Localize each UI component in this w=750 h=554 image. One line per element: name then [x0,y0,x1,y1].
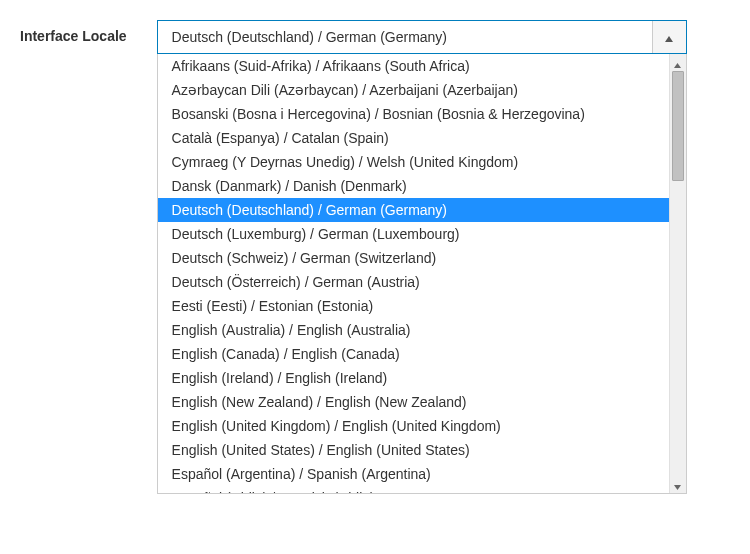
dropdown-option[interactable]: Bosanski (Bosna i Hercegovina) / Bosnian… [158,102,669,126]
dropdown-option[interactable]: English (New Zealand) / English (New Zea… [158,390,669,414]
dropdown-option[interactable]: Azərbaycan Dili (Azərbaycan) / Azerbaija… [158,78,669,102]
dropdown-option[interactable]: Deutsch (Luxemburg) / German (Luxembourg… [158,222,669,246]
dropdown-option[interactable]: Deutsch (Schweiz) / German (Switzerland) [158,246,669,270]
scrollbar-track[interactable] [670,71,686,476]
field-label: Interface Locale [20,20,127,44]
dropdown-option[interactable]: Deutsch (Österreich) / German (Austria) [158,270,669,294]
dropdown-option[interactable]: Dansk (Danmark) / Danish (Denmark) [158,174,669,198]
scrollbar-down-button[interactable] [670,476,686,493]
scrollbar[interactable] [669,54,686,493]
chevron-up-icon [665,29,673,45]
dropdown-list: Afrikaans (Suid-Afrika) / Afrikaans (Sou… [158,54,669,493]
dropdown-option[interactable]: English (United Kingdom) / English (Unit… [158,414,669,438]
dropdown-option[interactable]: Español (Argentina) / Spanish (Argentina… [158,462,669,486]
scroll-up-icon [674,55,681,71]
dropdown-option[interactable]: English (Canada) / English (Canada) [158,342,669,366]
dropdown-toggle-button[interactable] [652,21,686,53]
dropdown-option[interactable]: Español (Chile) / Spanish (Chile) [158,486,669,493]
dropdown-option[interactable]: Català (Espanya) / Catalan (Spain) [158,126,669,150]
dropdown-option[interactable]: English (Ireland) / English (Ireland) [158,366,669,390]
dropdown-selected[interactable]: Deutsch (Deutschland) / German (Germany) [157,20,687,54]
scrollbar-up-button[interactable] [670,54,686,71]
dropdown-option[interactable]: English (United States) / English (Unite… [158,438,669,462]
dropdown-option[interactable]: Deutsch (Deutschland) / German (Germany) [158,198,669,222]
dropdown-option[interactable]: English (Australia) / English (Australia… [158,318,669,342]
dropdown-option[interactable]: Cymraeg (Y Deyrnas Unedig) / Welsh (Unit… [158,150,669,174]
scroll-down-icon [674,477,681,493]
dropdown-list-container: Afrikaans (Suid-Afrika) / Afrikaans (Sou… [157,54,687,494]
locale-dropdown: Deutsch (Deutschland) / German (Germany)… [157,20,687,494]
scrollbar-thumb[interactable] [672,71,684,181]
form-row: Interface Locale Deutsch (Deutschland) /… [20,20,730,494]
dropdown-option[interactable]: Eesti (Eesti) / Estonian (Estonia) [158,294,669,318]
dropdown-option[interactable]: Afrikaans (Suid-Afrika) / Afrikaans (Sou… [158,54,669,78]
dropdown-selected-text: Deutsch (Deutschland) / German (Germany) [158,29,652,45]
